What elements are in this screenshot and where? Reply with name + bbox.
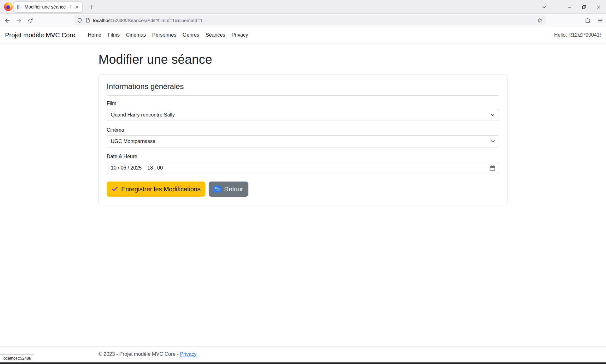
nav-item-home[interactable]: Home bbox=[85, 32, 104, 38]
site-footer: © 2023 - Projet modèle MVC Core - Privac… bbox=[0, 346, 606, 362]
new-tab-button[interactable] bbox=[88, 3, 95, 10]
tab-title: Modifier une séance - Projet mo bbox=[25, 4, 72, 9]
browser-toolbar: localhost:52488/Seances/Edit?filmId=1&ci… bbox=[0, 14, 606, 27]
button-row: Enregistrer les Modifications Retour bbox=[107, 182, 499, 197]
nav-item-personnes[interactable]: Personnes bbox=[149, 32, 180, 38]
extensions-puzzle-icon[interactable] bbox=[584, 17, 591, 24]
shield-icon[interactable] bbox=[77, 18, 82, 23]
window-bottom-edge bbox=[0, 362, 606, 364]
bookmark-star-icon[interactable] bbox=[537, 18, 543, 23]
film-select[interactable]: Quand Harry rencontre Sally bbox=[107, 109, 499, 121]
nav-item-films[interactable]: Films bbox=[104, 32, 123, 38]
film-label: Film bbox=[107, 101, 499, 106]
page-info-icon[interactable] bbox=[85, 18, 90, 23]
back-button-label: Retour bbox=[224, 186, 243, 193]
url-text: localhost:52488/Seances/Edit?filmId=1&ci… bbox=[93, 18, 203, 23]
back-icon[interactable] bbox=[4, 17, 11, 24]
window-restore-button[interactable] bbox=[580, 3, 588, 11]
tab-favicon-icon bbox=[17, 4, 22, 9]
tab-close-icon[interactable] bbox=[74, 5, 79, 9]
list-all-tabs-icon[interactable] bbox=[540, 3, 548, 11]
page-title: Modifier une séance bbox=[98, 52, 508, 67]
save-button-label: Enregistrer les Modifications bbox=[121, 186, 200, 193]
reload-icon[interactable] bbox=[27, 17, 34, 24]
site-navbar: Projet modèle MVC Core Home Films Cinéma… bbox=[0, 27, 606, 43]
heading-divider bbox=[107, 95, 499, 96]
firefox-logo-icon bbox=[4, 3, 13, 11]
nav-item-privacy[interactable]: Privacy bbox=[229, 32, 251, 38]
url-bar[interactable]: localhost:52488/Seances/Edit?filmId=1&ci… bbox=[74, 15, 546, 25]
footer-text: © 2023 - Projet modèle MVC Core - Privac… bbox=[98, 347, 508, 362]
nav-item-genres[interactable]: Genres bbox=[180, 32, 202, 38]
cinema-select[interactable]: UGC Montparnasse bbox=[107, 135, 499, 147]
return-arrow-icon bbox=[214, 186, 221, 193]
url-domain: localhost bbox=[93, 18, 112, 23]
footer-privacy-link[interactable]: Privacy bbox=[180, 351, 196, 357]
date-value: 10 / 06 / 2025 bbox=[111, 165, 142, 171]
status-bar-url-tooltip: localhost:52488 bbox=[0, 355, 34, 362]
check-mark-icon bbox=[112, 186, 118, 192]
browser-tab[interactable]: Modifier une séance - Projet mo bbox=[14, 2, 82, 12]
card-heading: Informations générales bbox=[107, 82, 499, 91]
chevron-down-icon bbox=[490, 113, 495, 117]
window-close-button[interactable] bbox=[595, 3, 602, 11]
main-content: Modifier une séance Informations général… bbox=[98, 43, 508, 205]
film-select-value: Quand Harry rencontre Sally bbox=[111, 112, 175, 118]
user-greeting: Hello, R12\ZP00041! bbox=[554, 32, 601, 38]
edit-seance-card: Informations générales Film Quand Harry … bbox=[98, 74, 508, 205]
navbar-brand[interactable]: Projet modèle MVC Core bbox=[5, 32, 75, 39]
cinema-label: Cinéma bbox=[107, 127, 499, 133]
back-button[interactable]: Retour bbox=[209, 182, 248, 197]
time-value: 18 : 00 bbox=[147, 165, 163, 171]
datetime-input[interactable]: 10 / 06 / 2025 18 : 00 bbox=[107, 162, 499, 174]
url-path: :52488/Seances/Edit?filmId=1&cinemaId=1 bbox=[112, 18, 203, 23]
navbar-links: Home Films Cinémas Personnes Genres Séan… bbox=[85, 32, 251, 38]
hamburger-menu-icon[interactable] bbox=[597, 17, 604, 24]
datetime-label: Date & Heure bbox=[107, 154, 499, 159]
forward-icon[interactable] bbox=[15, 17, 22, 24]
copyright-text: © 2023 - Projet modèle MVC Core - bbox=[98, 351, 179, 357]
nav-item-cinemas[interactable]: Cinémas bbox=[123, 32, 149, 38]
chevron-down-icon bbox=[490, 139, 495, 144]
browser-window: Modifier une séance - Projet mo bbox=[0, 0, 606, 364]
calendar-icon[interactable] bbox=[489, 165, 496, 171]
cinema-select-value: UGC Montparnasse bbox=[111, 139, 155, 144]
save-button[interactable]: Enregistrer les Modifications bbox=[107, 182, 205, 197]
browser-tab-bar: Modifier une séance - Projet mo bbox=[0, 0, 606, 14]
window-minimize-button[interactable] bbox=[566, 3, 573, 11]
nav-item-seances[interactable]: Séances bbox=[202, 32, 228, 38]
